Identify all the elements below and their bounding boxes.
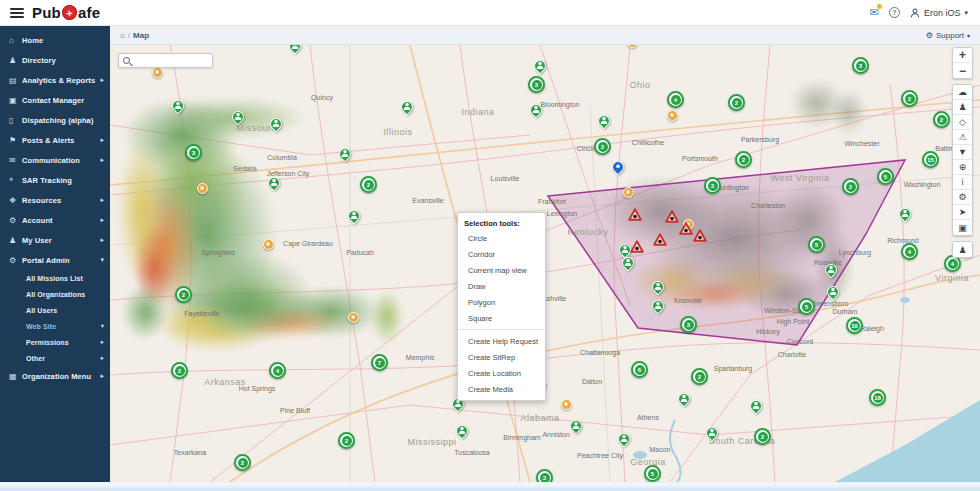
- cluster-marker[interactable]: 3: [704, 177, 721, 194]
- cluster-marker[interactable]: 2: [691, 368, 708, 385]
- streetview-button[interactable]: ♟: [953, 242, 972, 257]
- cluster-marker[interactable]: 3: [185, 144, 202, 161]
- menu-item-create-help-request[interactable]: Create Help Request: [458, 333, 545, 349]
- menu-item-draw[interactable]: Draw: [458, 278, 545, 294]
- poi-marker[interactable]: [152, 67, 163, 78]
- menu-toggle-icon[interactable]: [10, 8, 24, 18]
- cluster-marker[interactable]: 2: [234, 454, 251, 471]
- cluster-marker[interactable]: 3: [536, 469, 553, 482]
- top-navbar: Pub + afe ✉ ? Eron iOS ▾: [0, 0, 980, 26]
- cluster-marker[interactable]: 2: [175, 286, 192, 303]
- teams-button[interactable]: ♟: [953, 100, 972, 115]
- zoom-in-button[interactable]: +: [953, 48, 972, 63]
- map-search[interactable]: [118, 53, 213, 68]
- cluster-marker[interactable]: 2: [728, 94, 745, 111]
- cluster-marker[interactable]: 15: [922, 151, 939, 168]
- cluster-marker[interactable]: 3: [852, 57, 869, 74]
- poi-marker[interactable]: [561, 399, 572, 410]
- pointer-button[interactable]: ➤: [953, 205, 972, 220]
- support-menu[interactable]: ⚙ Support ▾: [926, 31, 970, 40]
- settings-button[interactable]: ⚙: [953, 190, 972, 205]
- menu-item-current-map-view[interactable]: Current map view: [458, 262, 545, 278]
- cluster-marker[interactable]: 5: [644, 465, 661, 482]
- help-icon[interactable]: ?: [889, 7, 900, 18]
- menu-item-square[interactable]: Square: [458, 310, 545, 326]
- menu-item-corridor[interactable]: Corridor: [458, 246, 545, 262]
- info-button[interactable]: i: [953, 175, 972, 190]
- cluster-marker[interactable]: 5: [877, 168, 894, 185]
- cluster-marker[interactable]: 4: [901, 243, 918, 260]
- incident-triangle-marker[interactable]: [679, 221, 693, 234]
- menu-item-polygon[interactable]: Polygon: [458, 294, 545, 310]
- pubsafe-logo[interactable]: Pub + afe: [32, 4, 100, 21]
- sidebar-item-label: Home: [22, 36, 43, 45]
- cluster-marker[interactable]: 4: [667, 91, 684, 108]
- cluster-marker[interactable]: 3: [680, 316, 697, 333]
- zoom-out-button[interactable]: −: [953, 63, 972, 78]
- cluster-marker[interactable]: 2: [933, 111, 950, 128]
- sidebar-item-directory[interactable]: ♟Directory: [0, 50, 110, 70]
- search-input[interactable]: [134, 54, 212, 67]
- cluster-marker[interactable]: 10: [846, 317, 863, 334]
- cluster-marker[interactable]: 7: [371, 354, 388, 371]
- filter-button[interactable]: ▼: [953, 145, 972, 160]
- sidebar-item-sar-tracking[interactable]: ⌖SAR Tracking: [0, 170, 110, 190]
- sidebar-item-posts-alerts[interactable]: ⚑Posts & Alerts▸: [0, 130, 110, 150]
- sidebar-item-my-user[interactable]: ♟My User▸: [0, 230, 110, 250]
- sidebar-item-portal-admin[interactable]: ⚙Portal Admin▾: [0, 250, 110, 270]
- user-menu[interactable]: Eron iOS ▾: [910, 8, 968, 18]
- incident-triangle-marker[interactable]: [693, 228, 707, 241]
- cluster-marker[interactable]: 2: [735, 151, 752, 168]
- sidebar-item-dispatching[interactable]: ▯Dispatching (alpha): [0, 110, 110, 130]
- sidebar-item-contact-manager[interactable]: ▣Contact Manager: [0, 90, 110, 110]
- cluster-marker[interactable]: 6: [631, 361, 648, 378]
- sidebar-subitem-other[interactable]: Other▸: [0, 350, 110, 366]
- cluster-marker[interactable]: 18: [869, 389, 886, 406]
- cluster-marker[interactable]: 2: [360, 176, 377, 193]
- menu-item-create-location[interactable]: Create Location: [458, 365, 545, 381]
- cluster-marker[interactable]: 2: [901, 90, 918, 107]
- cluster-marker[interactable]: 2: [754, 428, 771, 445]
- map-canvas[interactable]: QuincyColumbiaJefferson CitySedaliaSprin…: [110, 45, 980, 482]
- cluster-marker[interactable]: 4: [269, 362, 286, 379]
- incident-triangle-marker[interactable]: [630, 239, 644, 252]
- weather-layers-button[interactable]: ☁: [953, 85, 972, 100]
- alerts-button[interactable]: ⚠: [953, 130, 972, 145]
- sidebar-subitem-permissions[interactable]: Permissions▸: [0, 334, 110, 350]
- sidebar-item-analytics-reports[interactable]: ▤Analytics & Reports▸: [0, 70, 110, 90]
- cluster-marker[interactable]: 2: [594, 138, 611, 155]
- sidebar-item-home[interactable]: ⌂Home: [0, 30, 110, 50]
- poi-marker[interactable]: [263, 239, 274, 250]
- incident-triangle-marker[interactable]: [665, 209, 679, 222]
- poi-marker[interactable]: [623, 187, 634, 198]
- menu-item-circle[interactable]: Circle: [458, 230, 545, 246]
- poi-marker[interactable]: [348, 312, 359, 323]
- menu-item-create-media[interactable]: Create Media: [458, 381, 545, 397]
- sidebar-item-communication[interactable]: ✉Communication▸: [0, 150, 110, 170]
- sidebar-subitem-web-site[interactable]: Web Site▾: [0, 318, 110, 334]
- cluster-marker[interactable]: 2: [171, 362, 188, 379]
- messages-icon[interactable]: ✉: [870, 7, 879, 18]
- cluster-marker[interactable]: 2: [338, 432, 355, 449]
- sidebar-subitem-all-users[interactable]: All Users: [0, 302, 110, 318]
- cluster-marker[interactable]: 3: [528, 76, 545, 93]
- sidebar-item-organization-menu[interactable]: ▦Organization Menu▸: [0, 366, 110, 386]
- camera-button[interactable]: ▣: [953, 220, 972, 235]
- sidebar-subitem-all-organizations[interactable]: All Organizations: [0, 286, 110, 302]
- sidebar-item-label: Posts & Alerts: [22, 136, 74, 145]
- sidebar-subitem-all-missions-list[interactable]: All Missions List: [0, 270, 110, 286]
- incident-triangle-marker[interactable]: [628, 207, 642, 220]
- sidebar-item-account[interactable]: ⚙Account▸: [0, 210, 110, 230]
- menu-item-create-sitrep[interactable]: Create SitRep: [458, 349, 545, 365]
- home-icon[interactable]: ⌂: [120, 31, 125, 40]
- cluster-marker[interactable]: 2: [842, 178, 859, 195]
- selection-area-button[interactable]: ◇: [953, 115, 972, 130]
- poi-marker[interactable]: [667, 110, 678, 121]
- cluster-marker[interactable]: 5: [808, 236, 825, 253]
- sidebar-item-resources[interactable]: ❖Resources▸: [0, 190, 110, 210]
- incident-triangle-marker[interactable]: [653, 232, 667, 245]
- tracking-button[interactable]: ⊕: [953, 160, 972, 175]
- cluster-marker[interactable]: 5: [798, 298, 815, 315]
- cluster-count: 2: [758, 432, 768, 442]
- poi-marker[interactable]: [197, 183, 208, 194]
